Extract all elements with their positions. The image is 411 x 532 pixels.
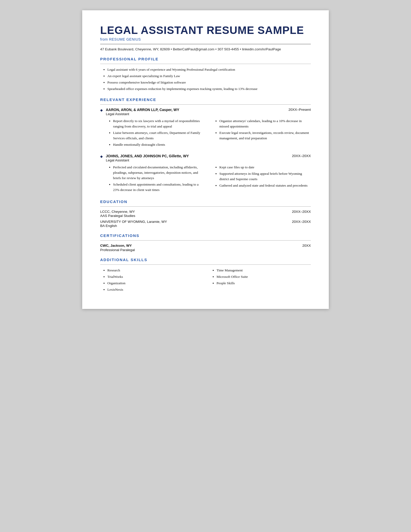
list-item: Organization xyxy=(107,281,202,286)
edu-school-2: UNIVERSITY OF WYOMING, Laramie, WY xyxy=(100,220,167,224)
cert-name-1: CWC, Jackson, WY xyxy=(100,244,132,247)
list-item: Possess comprehensive knowledge of litig… xyxy=(107,80,311,85)
cert-header-1: CWC, Jackson, WY 20XX xyxy=(100,244,311,247)
list-item: Kept case files up to date xyxy=(219,165,311,170)
subtitle: from RESUME GENIUS xyxy=(100,37,311,41)
bullets-left-list-1: Report directly to six lawyers with a my… xyxy=(106,118,204,148)
exp-header-1: AARON, ARON, & ARRON LLP, Casper, WY Leg… xyxy=(100,108,311,116)
exp-date-1: 20XX–Present xyxy=(288,108,311,112)
bullets-left-list-2: Perfected and circulated documentation, … xyxy=(106,165,204,193)
skills-list-right: Time Management Microsoft Office Suite P… xyxy=(209,268,311,286)
exp-header-2: JOHNS, JONES, AND JOHNSON PC, Gillette, … xyxy=(100,154,311,162)
experience-block-1: AARON, ARON, & ARRON LLP, Casper, WY Leg… xyxy=(100,108,311,149)
list-item: Handle emotionally distraught clients xyxy=(113,142,204,148)
exp-company-2: JOHNS, JONES, AND JOHNSON PC, Gillette, … xyxy=(106,154,189,158)
list-item: Supported attorneys in filing appeal bri… xyxy=(219,171,311,182)
exp-left-2: JOHNS, JONES, AND JOHNSON PC, Gillette, … xyxy=(106,154,189,162)
exp-bullets-1: Report directly to six lawyers with a my… xyxy=(100,118,311,149)
edu-degree-1: AAS Paralegal Studies xyxy=(100,214,311,218)
exp-role-1: Legal Assistant xyxy=(106,112,179,116)
header-divider xyxy=(100,44,311,44)
edu-header-1: LCCC, Cheyenne, WY 20XX–20XX xyxy=(100,210,311,214)
experience-divider xyxy=(100,104,311,105)
list-item: Report directly to six lawyers with a my… xyxy=(113,118,204,129)
main-title: LEGAL ASSISTANT RESUME SAMPLE xyxy=(100,24,311,36)
list-item: Research xyxy=(107,268,202,273)
contact-line: 47 Eubank Boulevard, Cheyenne, WY, 82609… xyxy=(100,47,311,51)
list-item: Gathered and analyzed state and federal … xyxy=(219,183,311,188)
edu-block-1: LCCC, Cheyenne, WY 20XX–20XX AAS Paraleg… xyxy=(100,210,311,218)
list-item: Microsoft Office Suite xyxy=(217,274,311,280)
exp-left-1: AARON, ARON, & ARRON LLP, Casper, WY Leg… xyxy=(106,108,179,116)
skills-title: ADDITIONAL SKILLS xyxy=(100,258,311,262)
edu-date-1: 20XX–20XX xyxy=(292,210,311,214)
list-item: Time Management xyxy=(217,268,311,273)
exp-role-2: Legal Assistant xyxy=(106,158,189,162)
list-item: LexisNexis xyxy=(107,287,202,292)
list-item: TrialWorks xyxy=(107,274,202,280)
skills-list-left: Research TrialWorks Organization LexisNe… xyxy=(100,268,202,292)
list-item: Legal assistant with 6 years of experien… xyxy=(107,67,311,72)
list-item: An expert legal assistant specializing i… xyxy=(107,74,311,79)
list-item: People Skills xyxy=(217,281,311,286)
experience-block-2: JOHNS, JONES, AND JOHNSON PC, Gillette, … xyxy=(100,154,311,194)
skills-col-right: Time Management Microsoft Office Suite P… xyxy=(209,268,311,293)
profile-divider xyxy=(100,64,311,64)
edu-degree-2: BA English xyxy=(100,224,311,228)
list-item: Liaise between attorneys, court officers… xyxy=(113,130,204,141)
edu-block-2: UNIVERSITY OF WYOMING, Laramie, WY 20XX–… xyxy=(100,220,311,228)
list-item: Perfected and circulated documentation, … xyxy=(113,165,204,181)
list-item: Spearheaded office expenses reduction by… xyxy=(107,86,311,92)
certifications-divider xyxy=(100,240,311,241)
cert-date-1: 20XX xyxy=(302,244,311,247)
list-item: Organize attorneys' calendars, leading t… xyxy=(219,118,311,129)
exp-bullets-left-1: Report directly to six lawyers with a my… xyxy=(106,118,204,149)
bullets-right-list-1: Organize attorneys' calendars, leading t… xyxy=(212,118,311,141)
skills-divider xyxy=(100,264,311,265)
list-item: Execute legal research, investigations, … xyxy=(219,130,311,141)
exp-bullets-right-1: Organize attorneys' calendars, leading t… xyxy=(212,118,311,149)
cert-detail-1: Professional Paralegal xyxy=(100,248,311,252)
exp-company-1: AARON, ARON, & ARRON LLP, Casper, WY xyxy=(106,108,179,112)
certifications-title: CERTIFICATIONS xyxy=(100,233,311,238)
education-title: EDUCATION xyxy=(100,199,311,204)
cert-block-1: CWC, Jackson, WY 20XX Professional Paral… xyxy=(100,244,311,252)
skills-columns: Research TrialWorks Organization LexisNe… xyxy=(100,268,311,293)
skills-col-left: Research TrialWorks Organization LexisNe… xyxy=(100,268,202,293)
exp-date-2: 20XX–20XX xyxy=(292,154,311,158)
edu-header-2: UNIVERSITY OF WYOMING, Laramie, WY 20XX–… xyxy=(100,220,311,224)
bullets-right-list-2: Kept case files up to date Supported att… xyxy=(212,165,311,188)
profile-bullets: Legal assistant with 6 years of experien… xyxy=(100,67,311,92)
exp-bullets-left-2: Perfected and circulated documentation, … xyxy=(106,165,204,194)
list-item: Scheduled client appointments and consul… xyxy=(113,182,204,193)
exp-bullets-2: Perfected and circulated documentation, … xyxy=(100,165,311,194)
professional-profile-title: PROFESSIONAL PROFILE xyxy=(100,57,311,61)
education-divider xyxy=(100,206,311,207)
resume-page: LEGAL ASSISTANT RESUME SAMPLE from RESUM… xyxy=(82,10,329,309)
exp-bullets-right-2: Kept case files up to date Supported att… xyxy=(212,165,311,194)
experience-title: RELEVANT EXPERIENCE xyxy=(100,97,311,102)
edu-date-2: 20XX–20XX xyxy=(292,220,311,224)
edu-school-1: LCCC, Cheyenne, WY xyxy=(100,210,135,214)
